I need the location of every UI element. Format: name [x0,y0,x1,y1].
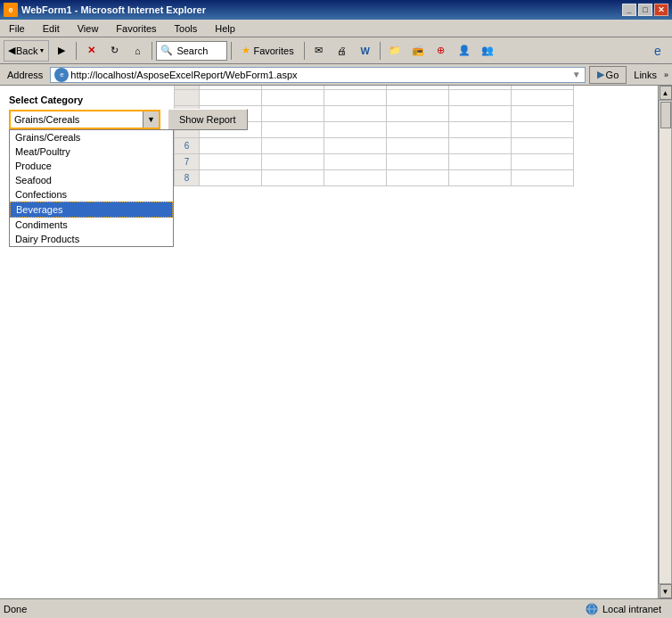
go-button[interactable]: ▶ Go [589,66,627,84]
forward-button[interactable]: ▶ [51,40,72,62]
scroll-thumb[interactable] [660,102,671,128]
intranet-icon [585,602,599,616]
status-right: Local intranet [578,602,668,616]
cell-3-c [200,90,262,106]
toolbar: ◀ Back ▼ ▶ ✕ ↻ ⌂ 🔍 Search ★ Favorites ✉ … [0,37,672,64]
title-bar: e WebForm1 - Microsoft Internet Explorer… [0,0,672,20]
cell-3-d [262,90,324,106]
print-icon: 🖨 [337,45,347,56]
maximize-button[interactable]: □ [638,4,652,16]
option-meat-poultry[interactable]: Meat/Poultry [10,144,173,159]
category-dropdown-list: Grains/Cereals Meat/Poultry Produce Seaf… [9,129,174,247]
option-beverages[interactable]: Beverages [10,202,173,218]
address-bar: Address e http://localhost/AsposeExcelRe… [0,64,672,86]
favorites-button[interactable]: ★ Favorites [235,42,299,59]
print-button[interactable]: 🖨 [332,40,353,62]
dropdown-arrow-icon[interactable]: ▼ [143,111,159,128]
table-row [175,90,574,106]
address-field[interactable]: e http://localhost/AsposeExcelReport/Web… [50,67,585,83]
close-button[interactable]: ✕ [654,4,668,16]
cell-7-g [449,154,512,170]
status-zone-text: Local intranet [602,604,661,614]
mail-button[interactable]: ✉ [308,40,330,62]
history-button[interactable]: ⊕ [430,40,452,62]
control-row: Grains/Cereals ▼ Grains/Cereals Meat/Pou… [9,109,649,130]
go-arrow-icon: ▶ [597,69,604,80]
menu-file[interactable]: File [4,21,30,36]
toolbar-separator-3 [231,42,232,60]
menu-help[interactable]: Help [209,21,241,36]
home-icon: ⌂ [135,45,141,56]
cell-8-g [449,170,512,186]
table-row: 6 [175,138,574,154]
scrollbar-right: ▲ ▼ [658,86,672,598]
page-icon: e [54,68,69,82]
option-condiments[interactable]: Condiments [10,218,173,232]
links-button[interactable]: Links [630,70,660,80]
status-text: Done [4,604,574,614]
word-icon: W [360,45,369,56]
links-expand-icon[interactable]: » [664,70,668,79]
option-confections[interactable]: Confections [10,187,173,202]
toolbar-separator-1 [76,42,77,60]
scroll-up-button[interactable]: ▲ [660,86,672,100]
table-row: 7 [175,154,574,170]
cell-7-e [324,154,387,170]
cell-3-e [324,90,387,106]
cell-6-f [387,138,449,154]
search-label: Search [176,45,208,56]
row-num-6: 6 [175,138,200,154]
back-button[interactable]: ◀ Back ▼ [4,40,49,62]
app-icon: e [4,3,18,17]
minimize-button[interactable]: _ [622,4,636,16]
scroll-track[interactable] [659,100,672,584]
cell-8-f [387,170,449,186]
menu-favorites[interactable]: Favorites [111,21,161,36]
ie-icon: e [654,44,661,58]
history-icon: ⊕ [437,45,445,56]
folder-button[interactable]: 📁 [384,40,406,62]
back-label: Back [16,45,37,56]
search-icon: 🔍 [160,45,173,56]
stop-button[interactable]: ✕ [80,40,102,62]
cell-6-c [200,138,262,154]
refresh-button[interactable]: ↻ [103,40,125,62]
page-content: Select Category Grains/Cereals ▼ Grains/… [0,86,658,195]
cell-3-f [387,90,449,106]
cell-7-c [200,154,262,170]
user-button[interactable]: 👤 [454,40,475,62]
category-dropdown-wrapper: Grains/Cereals ▼ Grains/Cereals Meat/Pou… [9,110,160,129]
option-produce[interactable]: Produce [10,159,173,173]
user-icon: 👤 [458,45,471,56]
folder-icon: 📁 [389,45,401,56]
category-dropdown[interactable]: Grains/Cereals ▼ [9,110,160,129]
word-button[interactable]: W [355,40,376,62]
ie-content: Select Category Grains/Cereals ▼ Grains/… [0,86,672,598]
address-label: Address [4,70,46,80]
star-icon: ★ [242,45,250,56]
user2-button[interactable]: 👥 [477,40,498,62]
status-bar: Done Local intranet [0,598,672,618]
scroll-down-button[interactable]: ▼ [660,584,672,598]
row-num-7: 7 [175,154,200,170]
show-report-button[interactable]: Show Report [168,109,248,130]
address-url: http://localhost/AsposeExcelReport/WebFo… [70,70,297,80]
cell-6-g [449,138,512,154]
toolbar-separator-4 [304,42,305,60]
home-button[interactable]: ⌂ [127,40,148,62]
media-button[interactable]: 📻 [407,40,429,62]
option-dairy-products[interactable]: Dairy Products [10,232,173,246]
back-arrow-icon: ◀ [8,45,15,56]
toolbar-separator-5 [380,42,381,60]
menu-tools[interactable]: Tools [169,21,203,36]
refresh-icon: ↻ [111,45,119,56]
address-dropdown-arrow[interactable]: ▼ [572,70,581,79]
option-grains-cereals[interactable]: Grains/Cereals [10,130,173,144]
grid-container: C D E F G H [174,86,649,186]
menu-edit[interactable]: Edit [37,21,65,36]
back-dropdown-icon: ▼ [38,47,45,54]
media-icon: 📻 [412,45,424,56]
menu-view[interactable]: View [72,21,104,36]
search-box[interactable]: 🔍 Search [156,41,227,61]
option-seafood[interactable]: Seafood [10,173,173,187]
